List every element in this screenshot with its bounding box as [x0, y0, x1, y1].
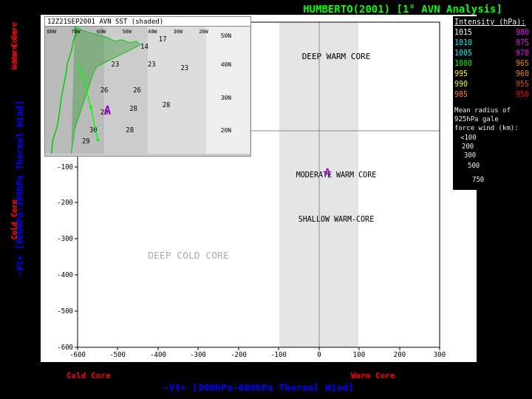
y-warm-label: Warm Core: [10, 30, 18, 69]
svg-text:14: 14: [140, 43, 149, 50]
svg-text:-600: -600: [69, 351, 86, 358]
deep-warm-core-label: DEEP WARM CORE: [302, 52, 371, 61]
svg-point-76: [89, 106, 92, 109]
svg-text:40N: 40N: [221, 61, 232, 68]
svg-text:-100: -100: [57, 163, 73, 171]
svg-text:-500: -500: [109, 351, 126, 358]
intensity-row: 1000965: [454, 58, 529, 69]
data-point-a: A: [324, 166, 331, 178]
svg-text:28: 28: [129, 105, 137, 112]
svg-text:50N: 50N: [221, 33, 232, 39]
svg-text:-200: -200: [231, 351, 247, 358]
svg-text:300: 300: [434, 351, 446, 358]
radius-dot: [454, 160, 465, 171]
y-cold-label: Cold Core: [10, 200, 18, 239]
svg-text:20N: 20N: [221, 127, 232, 134]
svg-text:-300: -300: [190, 351, 206, 358]
svg-rect-48: [148, 27, 206, 154]
svg-text:50W: 50W: [122, 29, 132, 35]
svg-text:-300: -300: [57, 235, 73, 242]
main-container: HUMBERTO(2001) [1° AVN Analysis] Start (…: [0, 0, 532, 399]
radius-dot-row: 300: [454, 151, 529, 159]
svg-text:23: 23: [112, 61, 120, 68]
moderate-warm-core-label: MODERATE WARM CORE: [296, 171, 376, 179]
radius-dot-row: 750: [454, 172, 529, 187]
svg-text:26: 26: [133, 86, 141, 94]
svg-point-77: [82, 76, 85, 79]
svg-text:0: 0: [317, 351, 321, 358]
intensity-rows: 1015980101097510059701000965995960990955…: [454, 27, 529, 100]
radius-dot: [454, 152, 461, 159]
deep-cold-core-label: DEEP COLD CORE: [148, 250, 229, 261]
dot-rows: <100200300500750: [454, 134, 529, 187]
x-axis-label: -Vt+ [900hPa-600hPa Thermal Wind]: [41, 382, 477, 393]
svg-rect-49: [206, 27, 250, 154]
svg-text:-600: -600: [57, 344, 73, 351]
sst-map-title: 12Z21SEP2001 AVN SST (shaded): [45, 17, 250, 27]
svg-text:26: 26: [100, 86, 109, 94]
intensity-row: 1010975: [454, 38, 529, 48]
svg-point-75: [97, 138, 100, 141]
svg-text:A: A: [104, 103, 112, 117]
svg-text:28: 28: [163, 101, 171, 109]
radius-legend-title: Mean radius of925hPa galeforce wind (km)…: [454, 106, 529, 132]
radius-dot: [454, 136, 457, 139]
svg-text:29: 29: [82, 137, 90, 145]
intensity-row: 995960: [454, 69, 529, 79]
legend-area: Intensity (hPa): 10159801010975100597010…: [453, 16, 531, 190]
svg-text:200: 200: [394, 351, 406, 358]
svg-text:60W: 60W: [97, 29, 106, 35]
svg-text:70W: 70W: [71, 29, 81, 35]
chart-title: HUMBERTO(2001) [1° AVN Analysis]: [273, 3, 532, 15]
y-axis-label-text: -Vt+ [600hPa-300hPa Thermal Wind]: [16, 100, 26, 276]
intensity-row: 1015980: [454, 27, 529, 38]
svg-text:-100: -100: [270, 351, 287, 358]
svg-text:30W: 30W: [174, 29, 183, 35]
svg-text:23: 23: [180, 64, 188, 72]
radius-dot-row: <100: [454, 134, 529, 141]
intensity-row: 1005970: [454, 48, 529, 58]
svg-text:-200: -200: [57, 199, 73, 206]
svg-text:100: 100: [353, 351, 365, 358]
svg-text:17: 17: [159, 35, 167, 43]
sst-map-canvas: 17 14 23 23 23 26 26 28 28 28 28 30 29 5…: [45, 27, 250, 154]
shallow-warm-core-label: SHALLOW WARM-CORE: [299, 215, 374, 223]
svg-text:80W: 80W: [47, 29, 57, 35]
radius-dot: [454, 172, 469, 187]
svg-text:30N: 30N: [221, 95, 232, 101]
x-cold-core-label: Cold Core: [66, 371, 111, 381]
radius-dot-row: 200: [454, 143, 529, 150]
intensity-legend-title: Intensity (hPa):: [454, 18, 529, 26]
svg-text:-500: -500: [57, 307, 73, 315]
intensity-row: 985950: [454, 89, 529, 100]
x-warm-core-label: Warm Core: [351, 371, 395, 381]
svg-text:20W: 20W: [199, 29, 208, 35]
svg-text:-400: -400: [57, 271, 73, 279]
y-axis-label: -Vt+ [600hPa-300hPa Thermal Wind]: [0, 15, 41, 362]
svg-text:23: 23: [148, 61, 156, 68]
svg-text:40W: 40W: [148, 29, 157, 35]
svg-text:28: 28: [126, 126, 134, 134]
svg-text:-400: -400: [150, 351, 166, 358]
intensity-row: 990955: [454, 79, 529, 89]
radius-dot-row: 500: [454, 160, 529, 171]
sst-map: 12Z21SEP2001 AVN SST (shaded) 17 14 23 2…: [44, 16, 251, 157]
radius-dot: [454, 144, 459, 149]
